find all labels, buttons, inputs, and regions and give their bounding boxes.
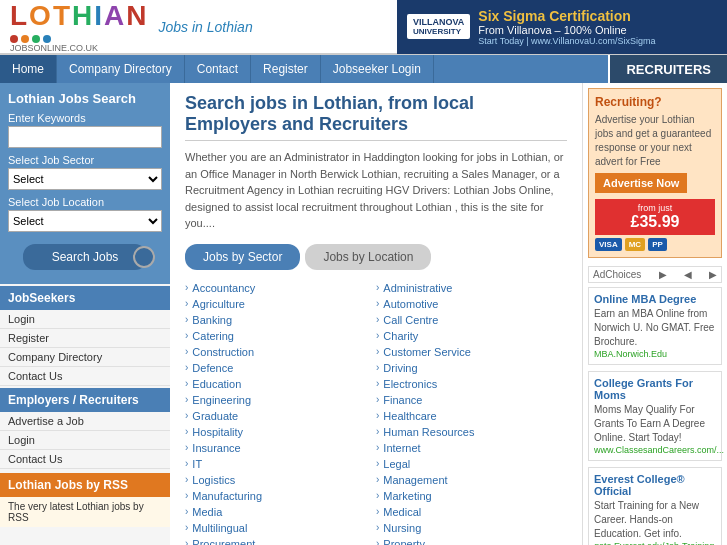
list-item[interactable]: ›Hospitality bbox=[185, 424, 376, 440]
header: LOTHIAN JOBSONLINE.CO.UK Jobs in Lothian… bbox=[0, 0, 727, 55]
arrow-icon: › bbox=[185, 426, 188, 437]
arrow-icon: › bbox=[376, 458, 379, 469]
banner-ad[interactable]: VILLANOVA UNIVERSITY Six Sigma Certifica… bbox=[397, 0, 727, 54]
arrow-icon: › bbox=[185, 378, 188, 389]
arrow-icon: › bbox=[376, 506, 379, 517]
list-item[interactable]: ›Internet bbox=[376, 440, 567, 456]
list-item[interactable]: ›Finance bbox=[376, 392, 567, 408]
list-item[interactable]: ›Media bbox=[185, 504, 376, 520]
list-item[interactable]: ›Construction bbox=[185, 344, 376, 360]
adchoices-nav-right[interactable]: ▶ bbox=[709, 269, 717, 280]
recruiters-button[interactable]: RECRUITERS bbox=[608, 55, 727, 83]
tab-by-sector[interactable]: Jobs by Sector bbox=[185, 244, 300, 270]
arrow-icon: › bbox=[376, 314, 379, 325]
jobseekers-contact[interactable]: Contact Us bbox=[0, 367, 170, 386]
list-item[interactable]: ›Agriculture bbox=[185, 296, 376, 312]
banner-title: Six Sigma Certification bbox=[478, 8, 717, 24]
list-item[interactable]: ›Education bbox=[185, 376, 376, 392]
visa-icon: VISA bbox=[595, 238, 622, 251]
tab-by-location[interactable]: Jobs by Location bbox=[305, 244, 431, 270]
ad-2[interactable]: College Grants For Moms Moms May Qualify… bbox=[588, 371, 722, 461]
adchoices-label: AdChoices bbox=[593, 269, 641, 280]
list-item[interactable]: ›Charity bbox=[376, 328, 567, 344]
list-item[interactable]: ›Procurement bbox=[185, 536, 376, 546]
employers-contact[interactable]: Contact Us bbox=[0, 450, 170, 469]
nav-register[interactable]: Register bbox=[251, 55, 321, 83]
ad-3-text: Start Training for a New Career. Hands-o… bbox=[594, 499, 716, 541]
list-item[interactable]: ›Electronics bbox=[376, 376, 567, 392]
nav-contact[interactable]: Contact bbox=[185, 55, 251, 83]
employers-advertise[interactable]: Advertise a Job bbox=[0, 412, 170, 431]
list-item[interactable]: ›Driving bbox=[376, 360, 567, 376]
recruiting-text: Advertise your Lothian jobs and get a gu… bbox=[595, 113, 715, 169]
recruiting-title: Recruiting? bbox=[595, 95, 715, 109]
list-item[interactable]: ›Medical bbox=[376, 504, 567, 520]
list-item[interactable]: ›Marketing bbox=[376, 488, 567, 504]
adchoices-nav-left[interactable]: ◀ bbox=[684, 269, 692, 280]
list-item[interactable]: ›Logistics bbox=[185, 472, 376, 488]
jobseekers-section: JobSeekers bbox=[0, 286, 170, 310]
list-item[interactable]: ›Engineering bbox=[185, 392, 376, 408]
list-item[interactable]: ›Defence bbox=[185, 360, 376, 376]
search-panel: Lothian Jobs Search Enter Keywords Selec… bbox=[0, 83, 170, 284]
list-item[interactable]: ›Nursing bbox=[376, 520, 567, 536]
ad-2-title: College Grants For Moms bbox=[594, 377, 716, 401]
list-item[interactable]: ›Accountancy bbox=[185, 280, 376, 296]
categories-grid: ›Accountancy ›Agriculture ›Banking ›Cate… bbox=[185, 280, 567, 546]
list-item[interactable]: ›Multilingual bbox=[185, 520, 376, 536]
list-item[interactable]: ›Insurance bbox=[185, 440, 376, 456]
ad-2-text: Moms May Qualify For Grants To Earn A De… bbox=[594, 403, 716, 445]
arrow-icon: › bbox=[185, 362, 188, 373]
list-item[interactable]: ›Catering bbox=[185, 328, 376, 344]
search-panel-title: Lothian Jobs Search bbox=[8, 91, 162, 106]
list-item[interactable]: ›Healthcare bbox=[376, 408, 567, 424]
list-item[interactable]: ›Banking bbox=[185, 312, 376, 328]
list-item[interactable]: ›Customer Service bbox=[376, 344, 567, 360]
list-item[interactable]: ›Human Resources bbox=[376, 424, 567, 440]
payment-icons: VISA MC PP bbox=[595, 238, 715, 251]
ad-3[interactable]: Everest College® Official Start Training… bbox=[588, 467, 722, 545]
tab-bar: Jobs by Sector Jobs by Location bbox=[185, 244, 567, 270]
list-item[interactable]: ›IT bbox=[185, 456, 376, 472]
arrow-icon: › bbox=[376, 490, 379, 501]
arrow-icon: › bbox=[185, 282, 188, 293]
arrow-icon: › bbox=[185, 330, 188, 341]
arrow-icon: › bbox=[376, 522, 379, 533]
arrow-icon: › bbox=[185, 410, 188, 421]
list-item[interactable]: ›Property bbox=[376, 536, 567, 546]
arrow-icon: › bbox=[376, 330, 379, 341]
advertise-now-button[interactable]: Advertise Now bbox=[595, 173, 687, 193]
arrow-icon: › bbox=[376, 346, 379, 357]
jobseekers-company-directory[interactable]: Company Directory bbox=[0, 348, 170, 367]
search-button[interactable]: Search Jobs bbox=[23, 244, 146, 270]
list-item[interactable]: ›Management bbox=[376, 472, 567, 488]
arrow-icon: › bbox=[185, 474, 188, 485]
jobseekers-login[interactable]: Login bbox=[0, 310, 170, 329]
mastercard-icon: MC bbox=[625, 238, 645, 251]
list-item[interactable]: ›Manufacturing bbox=[185, 488, 376, 504]
left-sidebar: Lothian Jobs Search Enter Keywords Selec… bbox=[0, 83, 170, 545]
nav-company-directory[interactable]: Company Directory bbox=[57, 55, 185, 83]
main-content: Search jobs in Lothian, from local Emplo… bbox=[170, 83, 582, 545]
logo-area: LOTHIAN JOBSONLINE.CO.UK Jobs in Lothian bbox=[0, 0, 263, 58]
nav-jobseeker-login[interactable]: Jobseeker Login bbox=[321, 55, 434, 83]
list-item[interactable]: ›Graduate bbox=[185, 408, 376, 424]
arrow-icon: › bbox=[376, 394, 379, 405]
list-item[interactable]: ›Automotive bbox=[376, 296, 567, 312]
arrow-icon: › bbox=[376, 410, 379, 421]
location-select[interactable]: Select bbox=[8, 210, 162, 232]
logo-dots bbox=[10, 35, 148, 43]
logo-text: LOTHIAN bbox=[10, 0, 148, 32]
list-item[interactable]: ›Administrative bbox=[376, 280, 567, 296]
list-item[interactable]: ›Call Centre bbox=[376, 312, 567, 328]
employers-login[interactable]: Login bbox=[0, 431, 170, 450]
location-label: Select Job Location bbox=[8, 196, 162, 208]
keyword-input[interactable] bbox=[8, 126, 162, 148]
nav-home[interactable]: Home bbox=[0, 55, 57, 83]
list-item[interactable]: ›Legal bbox=[376, 456, 567, 472]
ad-1[interactable]: Online MBA Degree Earn an MBA Online fro… bbox=[588, 287, 722, 365]
jobseekers-register[interactable]: Register bbox=[0, 329, 170, 348]
ad-1-url: MBA.Norwich.Edu bbox=[594, 349, 716, 359]
adchoices-icon[interactable]: ▶ bbox=[659, 269, 667, 280]
sector-select[interactable]: Select bbox=[8, 168, 162, 190]
